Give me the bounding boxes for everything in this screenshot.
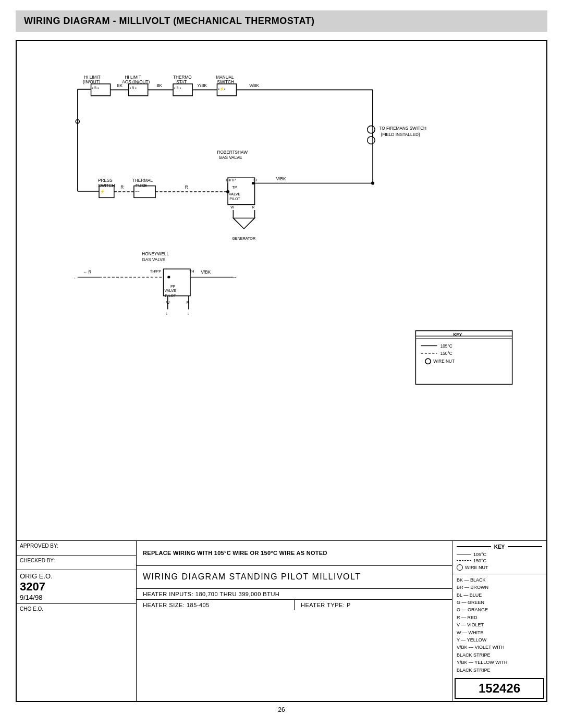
svg-text:R: R	[185, 185, 188, 190]
svg-point-74	[167, 276, 170, 278]
svg-point-98	[425, 359, 431, 364]
center-info: REPLACE WIRING WITH 105°C WIRE OR 150°C …	[137, 541, 452, 701]
svg-text:R: R	[120, 185, 124, 190]
wire-105-label: 105°C	[473, 552, 486, 557]
key-title: KEY	[492, 544, 507, 550]
left-info: APPROVED BY: CHECKED BY: ORIG E.O. 3207 …	[17, 541, 137, 701]
legend-item: BLACK STRIPE	[457, 651, 542, 659]
key-header: KEY	[457, 544, 542, 550]
svg-text:KEY: KEY	[453, 332, 462, 337]
replace-wire-row: REPLACE WIRING WITH 105°C WIRE OR 150°C …	[137, 541, 452, 566]
svg-text:105°C: 105°C	[440, 344, 452, 349]
svg-text:BK: BK	[156, 83, 162, 88]
wiring-diagram-svg: .diag-text { font-family: Arial, Helveti…	[22, 46, 541, 411]
dashed-wire-icon	[457, 560, 471, 561]
svg-text:WIRE NUT: WIRE NUT	[433, 359, 455, 364]
wiring-diagram-title-row: WIRING DIAGRAM STANDING PILOT MILLIVOLT	[137, 566, 452, 589]
orig-eo-row: ORIG E.O. 3207 9/14/98	[17, 570, 136, 604]
svg-text:V/BK: V/BK	[249, 83, 259, 88]
svg-text:• 5 •: • 5 •	[130, 85, 137, 90]
svg-text:AGS (IN/OUT): AGS (IN/OUT)	[122, 80, 150, 84]
svg-text:↓: ↓	[166, 311, 168, 316]
svg-text:MANUAL: MANUAL	[216, 75, 234, 80]
legend-item: V — VIOLET	[457, 621, 542, 628]
svg-point-28	[368, 137, 375, 144]
svg-text:PILOT: PILOT	[165, 293, 176, 298]
svg-text:TH/TP: TH/TP	[225, 178, 236, 182]
approved-label: APPROVED BY:	[20, 543, 58, 549]
part-number-box: 152426	[455, 678, 544, 699]
heater-size-label: HEATER SIZE:	[143, 602, 185, 608]
page-title-bar: WIRING DIAGRAM - MILLIVOLT (MECHANICAL T…	[16, 10, 547, 32]
svg-text:TH/PP: TH/PP	[150, 269, 161, 274]
legend-item: Y/BK — YELLOW WITH	[457, 659, 542, 666]
checked-row: CHECKED BY:	[17, 556, 136, 570]
legend-item: BR — BROWN	[457, 584, 542, 591]
svg-point-66	[371, 181, 374, 184]
page-wrapper: WIRING DIAGRAM - MILLIVOLT (MECHANICAL T…	[0, 0, 563, 728]
svg-text:TO FIREMANS SWITCH: TO FIREMANS SWITCH	[379, 126, 426, 131]
chg-eo-label: CHG E.O.	[20, 606, 43, 612]
heater-size-row: HEATER SIZE: 185-405 HEATER TYPE: P	[137, 600, 452, 610]
chg-eo-row: CHG E.O.	[17, 604, 136, 619]
svg-text:VALVE: VALVE	[165, 288, 176, 293]
heater-size-cell: HEATER SIZE: 185-405	[137, 600, 295, 610]
legend-item: BK — BLACK	[457, 576, 542, 584]
solid-wire-icon	[457, 554, 471, 554]
svg-text:150°C: 150°C	[440, 351, 452, 356]
svg-text:←: ←	[74, 276, 78, 280]
svg-text:HONEYWELL: HONEYWELL	[142, 252, 169, 256]
page-number: 26	[16, 702, 547, 718]
key-line-wirenut: WIRE NUT	[457, 564, 542, 571]
legend-item: BL — BLUE	[457, 591, 542, 599]
svg-text:PRESS: PRESS	[98, 178, 113, 183]
svg-text:W: W	[230, 205, 234, 209]
orig-eo-number: 3207	[20, 580, 133, 594]
key-section: KEY 105°C 150°C	[452, 541, 546, 574]
svg-text:THERMO: THERMO	[173, 75, 192, 80]
svg-text:SWITCH: SWITCH	[98, 183, 115, 188]
svg-text:HI LIMIT: HI LIMIT	[125, 75, 141, 80]
svg-text:VALVE: VALVE	[229, 192, 240, 196]
svg-text:TP: TP	[232, 185, 237, 190]
svg-text:V/BK: V/BK	[201, 270, 211, 275]
part-number: 152426	[479, 681, 520, 696]
legend-item: O — ORANGE	[457, 606, 542, 613]
svg-text:⚡: ⚡	[100, 189, 105, 194]
right-info: KEY 105°C 150°C	[452, 541, 546, 701]
svg-text:↓: ↓	[187, 311, 189, 316]
heater-inputs: HEATER INPUTS: 180,700 THRU 399,000 BTUH	[143, 591, 279, 597]
svg-point-27	[368, 126, 375, 133]
diagram-outer: .diag-text { font-family: Arial, Helveti…	[16, 40, 547, 702]
svg-text:(IN/OUT): (IN/OUT)	[83, 80, 101, 84]
svg-point-51	[252, 182, 254, 184]
svg-text:GENERATOR: GENERATOR	[232, 236, 255, 241]
svg-text:V/BK: V/BK	[276, 177, 286, 181]
svg-text:R: R	[252, 205, 254, 209]
legend-item: BLACK STRIPE	[457, 667, 542, 674]
diagram-svg-area: .diag-text { font-family: Arial, Helveti…	[17, 41, 546, 540]
svg-text:GAS VALVE: GAS VALVE	[142, 257, 165, 262]
key-lines: 105°C 150°C WIRE NUT	[457, 552, 542, 571]
svg-text:← R: ← R	[83, 270, 92, 275]
wire-nut-icon	[457, 564, 463, 571]
orig-eo-label: ORIG E.O.	[20, 572, 133, 580]
heater-inputs-row: HEATER INPUTS: 180,700 THRU 399,000 BTUH	[137, 589, 452, 600]
svg-text:• 5 •: • 5 •	[174, 85, 181, 90]
heater-type-value: P	[347, 602, 351, 608]
page-title: WIRING DIAGRAM - MILLIVOLT (MECHANICAL T…	[24, 16, 539, 27]
svg-text:•⚡•: •⚡•	[218, 87, 226, 91]
svg-text:Y/BK: Y/BK	[197, 83, 207, 88]
svg-text:HI LIMIT: HI LIMIT	[84, 75, 101, 80]
svg-text:→: →	[232, 275, 236, 280]
legend-item: G — GREEN	[457, 599, 542, 606]
heater-type-cell: HEATER TYPE: P	[295, 600, 452, 610]
svg-text:PILOT: PILOT	[229, 196, 240, 201]
wire-nut-label: WIRE NUT	[465, 565, 488, 570]
heater-type-label: HEATER TYPE:	[301, 602, 345, 608]
svg-text:STAT: STAT	[176, 80, 187, 84]
svg-text:(FIELD INSTALLED): (FIELD INSTALLED)	[381, 132, 420, 137]
legend-item: V/BK — VIOLET WITH	[457, 644, 542, 651]
svg-point-62	[226, 190, 229, 193]
svg-text:ROBERTSHAW: ROBERTSHAW	[217, 150, 248, 155]
